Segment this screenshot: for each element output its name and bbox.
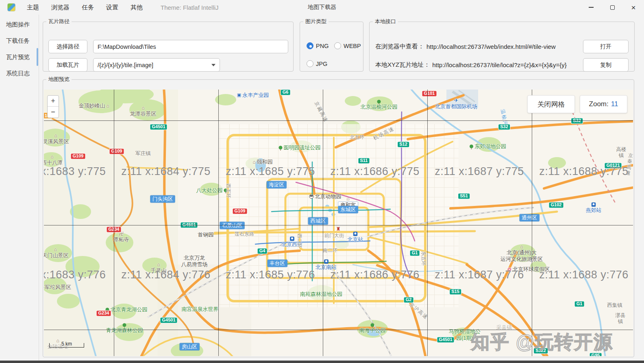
- image-type-radio-png[interactable]: PNG: [307, 42, 329, 49]
- tile-grid-line-vertical: [323, 90, 323, 356]
- menu-settings[interactable]: 设置: [106, 4, 118, 11]
- menubar: 主题 浏览器 任务 设置 其他: [27, 4, 143, 11]
- menu-task[interactable]: 任务: [82, 4, 94, 11]
- image-type-radio-jpg[interactable]: JPG: [307, 60, 327, 67]
- tile-pattern-value: /{z}/{x}/{y}/tile.[image]: [98, 62, 153, 68]
- local-api-panel: 本地接口 在浏览器中查看： http://localhost:26737/web…: [369, 18, 635, 72]
- tile-coordinate-label: z:11 x:1686 y:775: [330, 165, 420, 178]
- tile-coordinate-label: z:11 x:1688 y:775: [539, 165, 629, 178]
- tile-coordinate-label: z:11 x:1684 y:775: [121, 165, 211, 178]
- xyz-url-row: 本地XYZ瓦片地址： http://localhost:26737/tile/l…: [375, 58, 629, 72]
- sidebar-item-2[interactable]: 瓦片预览: [0, 49, 39, 65]
- local-api-panel-title: 本地接口: [373, 18, 398, 25]
- tile-coordinate-label: z:11 x:1684 y:776: [121, 269, 211, 281]
- sidebar-item-0[interactable]: 地图操作: [0, 16, 39, 33]
- copy-button[interactable]: 复制: [583, 58, 629, 72]
- tile-coordinate-label: z:11 x:1687 y:776: [435, 269, 524, 281]
- close-icon: ×: [631, 4, 635, 11]
- scale-bar-label: 5 km: [49, 341, 84, 347]
- close-button[interactable]: ×: [623, 0, 644, 15]
- load-tiles-button[interactable]: 加载瓦片: [48, 58, 87, 72]
- tile-grid-line-vertical: [532, 90, 532, 356]
- sidebar: 地图操作下载任务瓦片预览系统日志: [0, 15, 39, 361]
- tile-grid-line-vertical: [218, 90, 219, 356]
- map-artwork: [44, 90, 633, 356]
- tile-coordinate-label: z:11 x:1686 y:776: [330, 269, 420, 281]
- image-type-panel: 图片类型 PNGWEBPJPG: [300, 18, 363, 72]
- menu-browser[interactable]: 浏览器: [51, 4, 70, 11]
- titlebar: 主题 浏览器 任务 设置 其他 Theme: Flatlaf IntelliJ …: [0, 0, 644, 15]
- maximize-icon: [610, 5, 615, 10]
- minimize-icon: [589, 7, 594, 8]
- sidebar-item-1[interactable]: 下载任务: [0, 33, 39, 49]
- choose-path-button[interactable]: 选择路径: [48, 40, 87, 53]
- zoom-in-button[interactable]: +: [48, 96, 59, 107]
- xyz-url-value: http://localhost:26737/tile/local?z={z}&…: [432, 61, 567, 68]
- radio-icon: [307, 60, 313, 67]
- zoom-out-button[interactable]: −: [48, 107, 59, 118]
- tile-coordinate-label: z:11 x:1687 y:775: [435, 165, 524, 178]
- radio-label: JPG: [316, 61, 327, 67]
- radio-icon: [334, 42, 341, 49]
- theme-label: Theme: Flatlaf IntelliJ: [161, 4, 219, 11]
- zoom-level-value: 11: [611, 100, 618, 108]
- map-zoom-control: + −: [47, 95, 59, 118]
- maximize-button[interactable]: [602, 0, 623, 15]
- browser-view-row: 在浏览器中查看： http://localhost:26737/web/inde…: [375, 40, 629, 53]
- tile-pattern-select[interactable]: /{z}/{x}/{y}/tile.[image]: [93, 58, 220, 72]
- zoom-level-display: Zoom: 11: [580, 95, 627, 113]
- browser-view-url: http://localhost:26737/web/index.html/#/…: [426, 43, 556, 50]
- tile-grid-line-horizontal: [44, 225, 633, 225]
- radio-label: PNG: [316, 43, 329, 49]
- tile-coordinate-label: z:11 x:1685 y:775: [226, 165, 315, 178]
- tile-coordinate-label: x:1683 y:776: [44, 269, 106, 281]
- map-preview-panel: 地图预览: [43, 76, 634, 357]
- xyz-url-label: 本地XYZ瓦片地址：: [375, 61, 430, 69]
- zoom-level-label: Zoom:: [589, 100, 609, 108]
- browser-view-label: 在浏览器中查看：: [375, 43, 424, 50]
- app-icon: [7, 3, 15, 11]
- window-title: 地图下载器: [308, 4, 336, 11]
- watermark: 知乎 @玩转开源: [471, 330, 633, 355]
- grid-toggle-button[interactable]: 关闭网格: [527, 95, 575, 113]
- image-type-radio-webp[interactable]: WEBP: [334, 42, 361, 49]
- radio-icon: [307, 42, 313, 49]
- menu-other[interactable]: 其他: [131, 4, 143, 11]
- scale-bar: 5 km: [49, 341, 84, 348]
- open-button[interactable]: 打开: [583, 40, 629, 53]
- menu-theme[interactable]: 主题: [27, 4, 39, 11]
- minimize-button[interactable]: [581, 0, 602, 15]
- tile-grid-line-vertical: [114, 90, 114, 356]
- tile-coordinate-label: z:11 x:1688 y:776: [539, 269, 629, 281]
- map-viewport[interactable]: + − 19 关闭网格 Zoom: 11 5 km 知乎 @玩转开源 x:168…: [44, 90, 633, 356]
- image-type-panel-title: 图片类型: [303, 18, 329, 25]
- window-bottom-edge: [0, 361, 644, 363]
- tile-grid-line-vertical: [427, 90, 428, 356]
- tile-path-panel-title: 瓦片路径: [46, 18, 72, 25]
- tile-path-input[interactable]: F:\MapDownload\Tiles: [93, 40, 288, 53]
- tile-coordinate-label: z:11 x:1685 y:776: [226, 269, 315, 281]
- map-preview-panel-title: 地图预览: [46, 76, 72, 83]
- sidebar-item-3[interactable]: 系统日志: [0, 65, 39, 81]
- chevron-down-icon: [211, 64, 215, 66]
- tile-path-panel: 瓦片路径 选择路径 F:\MapDownload\Tiles 加载瓦片 /{z}…: [43, 18, 294, 72]
- tile-grid-line-horizontal: [44, 120, 633, 121]
- tile-coordinate-label: x:1683 y:775: [44, 165, 106, 178]
- window-controls: ×: [581, 0, 644, 15]
- radio-label: WEBP: [344, 43, 361, 49]
